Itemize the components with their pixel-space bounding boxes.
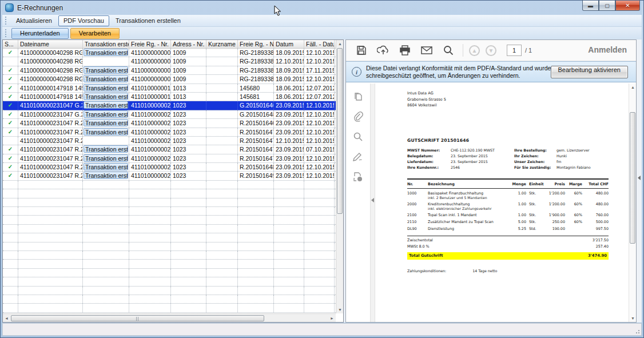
maximize-button[interactable]: ▢ xyxy=(599,1,615,11)
scroll-right-icon[interactable]: ► xyxy=(328,315,336,322)
grid-cell xyxy=(238,207,274,215)
print-icon[interactable] xyxy=(397,43,412,58)
grid-cell: R.201501649 xyxy=(238,172,274,180)
table-row[interactable]: ✓4110000000040298 RG-2...Transaktion ers… xyxy=(3,49,336,57)
grid-cell xyxy=(304,233,335,241)
transaktion-erstellen-row-button[interactable]: Transaktion erstel xyxy=(84,119,128,126)
grid-cell: 4110100000231047 G.20... xyxy=(18,101,83,109)
table-row[interactable]: ✓4110100000231047 R.20...Transaktion ers… xyxy=(3,145,336,154)
table-row[interactable]: ✓4110100000231047 R.20...Transaktion ers… xyxy=(3,154,336,163)
grid-cell xyxy=(274,225,304,233)
column-header[interactable]: Transaktion erste... xyxy=(83,40,129,48)
transaktion-erstellen-row-button[interactable]: Transaktion erstel xyxy=(84,49,128,56)
table-row[interactable]: 4110000000040298 RG-2...411000000000...1… xyxy=(3,57,336,66)
column-header[interactable]: Kurzname xyxy=(206,40,238,48)
page-down-icon[interactable]: ▼ xyxy=(486,45,496,56)
verarbeiten-button[interactable]: Verarbeiten xyxy=(70,28,120,39)
table-row[interactable]: ✓4110100000231047 R.20...Transaktion ers… xyxy=(3,172,336,180)
grid-cell xyxy=(83,251,129,259)
grid-cell xyxy=(3,207,18,215)
right-collapse-strip[interactable] xyxy=(637,39,642,323)
table-row[interactable]: 4110100000231047 R.20...411010000002...1… xyxy=(3,137,336,145)
grid-cell: 12.10.2015 xyxy=(304,119,335,127)
table-row-selected[interactable]: ✓4110100000231047 G.20...Transaktion ers… xyxy=(3,101,336,110)
grand-total-value: 3'474.90 xyxy=(588,253,607,258)
page-up-icon[interactable]: ▲ xyxy=(469,45,480,56)
grid-cell: Transaktion erstel xyxy=(83,163,129,171)
transaktion-erstellen-row-button[interactable]: Transaktion erstel xyxy=(84,128,128,136)
email-icon[interactable] xyxy=(419,43,434,58)
info-icon: i xyxy=(352,67,361,77)
bearbeitung-aktivieren-button[interactable]: Bearbeitung aktivieren xyxy=(551,66,628,78)
search-sidebar-icon[interactable] xyxy=(352,130,364,143)
transaktion-erstellen-row-button[interactable]: Transaktion erstel xyxy=(84,84,128,92)
signature-icon[interactable] xyxy=(352,150,364,163)
pdf-scroll-up-icon[interactable]: ▲ xyxy=(629,83,637,91)
transaktion-erstellen-row-button[interactable]: Transaktion erstel xyxy=(84,93,128,100)
transaktion-erstellen-row-button[interactable]: Transaktion erstel xyxy=(84,75,128,82)
grid-cell: 12.10.2015 xyxy=(304,75,335,83)
grid-vscroll-thumb[interactable] xyxy=(337,48,343,214)
save-icon[interactable] xyxy=(354,43,369,58)
transaktionen-erstellen-button[interactable]: Transaktionen erstellen xyxy=(110,15,186,26)
scroll-down-icon[interactable]: ▼ xyxy=(336,306,344,313)
grid-cell xyxy=(171,269,206,277)
scroll-up-icon[interactable]: ▲ xyxy=(336,40,344,47)
grid-cell: ✓ xyxy=(3,93,18,101)
scroll-left-icon[interactable]: ◄ xyxy=(3,315,10,322)
aktualisieren-button[interactable]: Aktualisieren xyxy=(11,15,57,26)
pdf-vorschau-button[interactable]: PDF Vorschau xyxy=(58,15,109,26)
collapse-left-icon[interactable] xyxy=(371,198,374,202)
transaktion-erstellen-row-button[interactable]: Transaktion erstel xyxy=(84,145,128,153)
grid-cell xyxy=(206,242,238,250)
page-number-input[interactable]: 1 xyxy=(507,45,522,56)
pdf-vertical-scrollbar[interactable]: ▲ ▼ xyxy=(629,83,636,322)
transaktion-erstellen-row-button[interactable]: Transaktion erstel xyxy=(84,163,128,170)
table-row[interactable]: ✓4110100000231047 R.20...Transaktion ers… xyxy=(3,119,336,128)
column-header[interactable]: Fäll. - Datum xyxy=(304,40,335,48)
herunterladen-button[interactable]: Herunterladen xyxy=(11,28,69,39)
column-header[interactable]: Freie Rg. - Nr. xyxy=(129,40,171,48)
grid-hscroll-thumb[interactable] xyxy=(11,315,264,321)
anmelden-button[interactable]: Anmelden xyxy=(588,45,627,54)
transaktion-erstellen-row-button[interactable]: Transaktion erstel xyxy=(84,110,128,118)
grid-cell xyxy=(129,304,171,312)
grid-cell: R.201501648 xyxy=(238,163,274,171)
upload-icon[interactable] xyxy=(376,43,391,58)
grid-cell xyxy=(274,251,304,259)
grid-horizontal-scrollbar[interactable]: ◄ ► xyxy=(3,313,336,322)
attachment-icon[interactable] xyxy=(352,110,364,123)
table-row[interactable]: ✓4110100000147918 1456...Transaktion ers… xyxy=(3,93,336,101)
grid-cell xyxy=(274,242,304,250)
pdf-vscroll-thumb[interactable] xyxy=(630,112,635,244)
pages-icon[interactable] xyxy=(352,90,364,103)
search-icon[interactable] xyxy=(441,43,456,58)
minimize-button[interactable]: ▬ xyxy=(582,1,599,11)
pdf-splitter[interactable] xyxy=(370,83,375,322)
transaktion-erstellen-row-button[interactable]: Transaktion erstel xyxy=(84,101,128,109)
column-header[interactable]: Datum xyxy=(274,40,304,48)
transaktion-erstellen-row-button[interactable]: Transaktion erstel xyxy=(84,154,128,162)
column-header[interactable]: Dateiname xyxy=(18,40,83,48)
transaktion-erstellen-row-button[interactable]: Transaktion erstel xyxy=(84,66,128,74)
grid-cell xyxy=(238,251,274,259)
resize-grip[interactable] xyxy=(634,328,640,334)
document-info-icon[interactable]: i xyxy=(352,170,364,183)
grid-cell: ✓ xyxy=(3,154,18,162)
pdf-scroll-down-icon[interactable]: ▼ xyxy=(629,315,637,322)
table-row[interactable]: ✓4110000000040298 RG-2...Transaktion ers… xyxy=(3,75,336,83)
column-header[interactable]: Freie Rg. - Nr. xyxy=(238,40,274,48)
notification-text: Diese Datei verlangt Konformität mit dem… xyxy=(366,65,579,79)
transaktion-erstellen-row-button[interactable]: Transaktion erstel xyxy=(84,172,128,179)
file-grid-header[interactable]: S...DateinameTransaktion erste...Freie R… xyxy=(3,40,343,49)
table-row[interactable]: ✓4110100000231047 R.20...Transaktion ers… xyxy=(3,128,336,137)
column-header[interactable]: S... xyxy=(3,40,18,48)
close-button[interactable]: ✕ xyxy=(615,1,640,11)
grid-vertical-scrollbar[interactable]: ▲ ▼ xyxy=(336,40,343,313)
table-row[interactable]: ✓4110000000040298 RG-2...Transaktion ers… xyxy=(3,66,336,75)
table-row[interactable]: ✓4110100000231047 R.20...Transaktion ers… xyxy=(3,163,336,172)
table-row[interactable]: ✓4110100000231047 G.20...Transaktion ers… xyxy=(3,110,336,119)
collapse-right-icon[interactable] xyxy=(638,176,641,180)
table-row[interactable]: ✓4110100000147918 1456...Transaktion ers… xyxy=(3,84,336,93)
column-header[interactable]: Adress - Nr. xyxy=(171,40,206,48)
